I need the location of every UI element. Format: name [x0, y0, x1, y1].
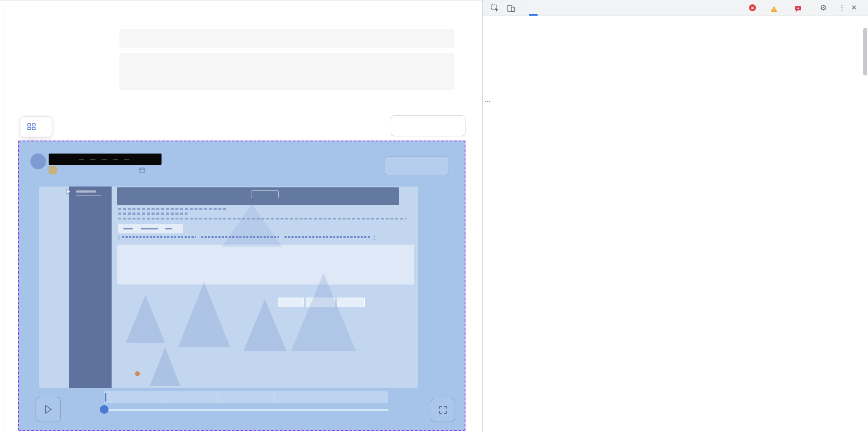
tab-elements[interactable]: [531, 0, 535, 16]
flex-container-icon: [27, 123, 36, 130]
error-icon[interactable]: ✕: [749, 4, 756, 11]
javascript-platform-icon: [49, 166, 57, 174]
devtools-scrollbar-thumb[interactable]: [863, 28, 867, 75]
mouse-cursor-icon: [66, 188, 72, 196]
replay-player-container[interactable]: (): [18, 141, 465, 431]
replay-screenshot: (): [39, 187, 418, 388]
seek-thumb[interactable]: [100, 405, 109, 414]
mini-app-logo: [76, 190, 96, 193]
screenshot-root: (): [0, 0, 868, 432]
toolbar-divider: [522, 3, 522, 12]
mini-tabs-placeholder: [118, 224, 183, 233]
top-divider: [0, 0, 482, 1]
mini-tag-summary-panel: [346, 307, 413, 388]
mini-breadcrumb-placeholder: [118, 213, 188, 215]
inspect-tooltip: [20, 116, 52, 137]
warning-icon[interactable]: [769, 4, 778, 13]
calendar-icon: [139, 167, 145, 175]
moire-triangle: [126, 295, 165, 343]
more-tabs-icon[interactable]: [690, 0, 693, 16]
issues-icon[interactable]: [794, 4, 802, 13]
selected-node-gutter-menu[interactable]: ⋯: [485, 98, 491, 105]
tab-sources[interactable]: [614, 0, 617, 16]
devtools-tree: [483, 16, 868, 432]
devtools-panel: ✕ ⚙ ⋮ ✕ ⋯: [482, 0, 868, 432]
devtools-toolbar: ✕ ⚙ ⋮ ✕: [483, 0, 868, 16]
play-button[interactable]: [36, 397, 61, 422]
see-all-replays-button[interactable]: [391, 115, 465, 136]
mini-app-sidebar: [69, 187, 112, 388]
avatar: [30, 154, 46, 169]
redacted-user-name: [49, 154, 162, 165]
gear-icon[interactable]: ⚙: [820, 3, 827, 13]
kebab-menu-icon[interactable]: ⋮: [838, 3, 846, 13]
seek-track[interactable]: [104, 409, 389, 411]
see-full-replay-button[interactable]: [385, 156, 449, 175]
mini-app-logo-sub: [76, 195, 101, 196]
play-icon: [44, 405, 53, 414]
timeline-position-marker: [105, 393, 106, 402]
drawer-edge-divider: [4, 10, 4, 432]
clicked-element-value: [119, 29, 455, 48]
moire-triangle: [150, 347, 180, 386]
close-icon[interactable]: ✕: [851, 3, 857, 13]
evidence-pane: (): [0, 0, 482, 432]
fullscreen-icon: [439, 406, 447, 414]
device-toolbar-icon[interactable]: [506, 4, 515, 13]
mini-breadcrumb-placeholder: [118, 208, 227, 210]
inspect-element-icon[interactable]: [491, 4, 499, 13]
moire-triangle: [221, 204, 282, 247]
mini-chart-panel: [117, 245, 414, 285]
timeline-band[interactable]: [104, 391, 388, 403]
selector-path-value: [119, 53, 455, 90]
moire-triangle: [243, 299, 287, 351]
fullscreen-button[interactable]: [431, 398, 455, 422]
tab-console[interactable]: [573, 0, 577, 16]
moire-triangle: [178, 282, 230, 347]
mini-tour-button: [251, 190, 279, 198]
tab-network[interactable]: [655, 0, 658, 16]
moire-triangle: [291, 273, 356, 351]
